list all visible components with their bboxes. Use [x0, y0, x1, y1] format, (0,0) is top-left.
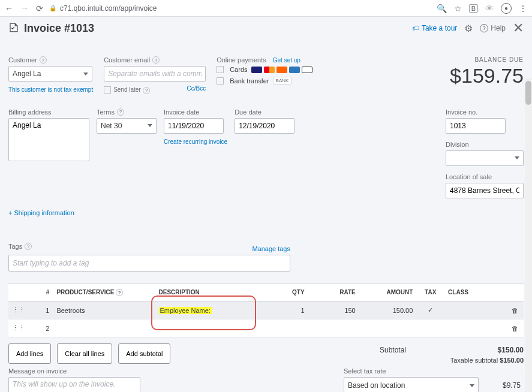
help-icon[interactable]: ?	[143, 87, 150, 94]
line-row[interactable]: ⋮⋮ 2 🗑	[8, 319, 524, 337]
help-icon[interactable]: ?	[116, 289, 123, 296]
col-num: #	[30, 284, 53, 301]
ccbcc-link[interactable]: Cc/Bcc	[187, 85, 206, 94]
recurring-link[interactable]: Create recurring invoice	[164, 138, 227, 145]
trash-icon[interactable]: 🗑	[508, 319, 524, 337]
bank-transfer-checkbox[interactable]	[217, 77, 224, 85]
division-select[interactable]	[446, 150, 524, 166]
address-bar[interactable]: 🔒 c71.qbo.intuit.com/app/invoice	[49, 4, 431, 13]
ext-icon[interactable]: B	[469, 4, 478, 13]
shipping-info-link[interactable]: + Shipping information	[8, 209, 524, 216]
page-title: Invoice #1013	[24, 22, 94, 35]
eye-icon[interactable]: 👁	[485, 4, 494, 13]
star-icon[interactable]: ☆	[454, 4, 462, 13]
account-icon[interactable]: ●	[501, 3, 512, 14]
clear-lines-button[interactable]: Clear all lines	[57, 343, 112, 364]
customer-email-field: Customer email? Send later ? Cc/Bcc	[104, 56, 206, 94]
visa-icon	[251, 67, 262, 73]
applepay-icon	[302, 67, 312, 73]
url-text: c71.qbo.intuit.com/app/invoice	[60, 4, 157, 13]
col-qty: QTY	[263, 284, 308, 301]
page-header: Invoice #1013 🏷 Take a tour ⚙ ? Help ✕	[0, 17, 532, 40]
col-rate: RATE	[308, 284, 359, 301]
col-class: CLASS	[444, 284, 508, 301]
cell-description[interactable]: Employee Name:	[155, 301, 264, 319]
add-lines-button[interactable]: Add lines	[8, 343, 51, 364]
tax-exempt-link[interactable]: This customer is not tax exempt	[8, 86, 93, 93]
cell-class[interactable]	[444, 301, 508, 319]
cards-checkbox[interactable]	[217, 66, 224, 73]
billing-address-input[interactable]: Angel La	[8, 118, 89, 161]
cell-amount[interactable]: 150.00	[359, 301, 417, 319]
due-date-input[interactable]	[235, 118, 294, 134]
zoom-icon[interactable]: 🔍	[437, 4, 447, 13]
col-tax: TAX	[416, 284, 444, 301]
customer-select[interactable]: Angel La	[8, 66, 92, 82]
cell-product[interactable]: Beetroots	[53, 301, 155, 319]
invoice-date-field: Invoice date Create recurring invoice	[164, 108, 227, 198]
cell-amount[interactable]	[359, 319, 417, 337]
chevron-down-icon	[470, 384, 474, 387]
tag-icon: 🏷	[412, 24, 419, 32]
cell-qty[interactable]	[263, 319, 308, 337]
close-icon[interactable]: ✕	[513, 20, 524, 36]
card-icons	[251, 67, 312, 73]
bank-pill: BANK	[273, 77, 292, 85]
drag-handle-icon[interactable]: ⋮⋮	[8, 301, 30, 319]
cell-tax[interactable]	[416, 319, 444, 337]
add-subtotal-button[interactable]: Add subtotal	[118, 343, 170, 364]
lock-icon: 🔒	[49, 5, 56, 11]
terms-select[interactable]: Net 30	[97, 118, 157, 134]
chevron-down-icon	[83, 73, 88, 76]
cell-rate[interactable]	[308, 319, 359, 337]
cell-description[interactable]	[155, 319, 264, 337]
message-invoice-input[interactable]	[8, 377, 140, 392]
take-tour-link[interactable]: 🏷 Take a tour	[412, 24, 457, 32]
invoice-no-field: Invoice no.	[446, 108, 524, 134]
drag-handle-icon[interactable]: ⋮⋮	[8, 319, 30, 337]
help-link[interactable]: ? Help	[480, 24, 506, 32]
chevron-down-icon	[148, 124, 152, 127]
cell-product[interactable]	[53, 319, 155, 337]
due-date-field: Due date	[235, 108, 294, 198]
tax-rate-select[interactable]: Based on location	[344, 377, 479, 392]
discover-icon	[276, 67, 287, 73]
line-row[interactable]: ⋮⋮ 1 Beetroots Employee Name: 1 150 150.…	[8, 301, 524, 319]
kebab-icon[interactable]: ⋮	[519, 4, 527, 13]
send-later-check[interactable]: Send later ?	[104, 85, 150, 94]
back-icon[interactable]: ←	[5, 4, 13, 13]
col-amount: AMOUNT	[359, 284, 417, 301]
tags-input[interactable]	[8, 255, 290, 272]
help-icon[interactable]: ?	[25, 243, 32, 250]
reload-icon[interactable]: ⟳	[36, 4, 43, 13]
terms-field: Terms? Net 30	[97, 108, 157, 198]
mastercard-icon	[264, 67, 275, 73]
invoice-icon	[8, 22, 19, 35]
browser-toolbar: ← → ⟳ 🔒 c71.qbo.intuit.com/app/invoice 🔍…	[0, 0, 532, 17]
invoice-no-input[interactable]	[446, 118, 506, 134]
get-setup-link[interactable]: Get set up	[273, 57, 300, 64]
line-items-table: # PRODUCT/SERVICE ? DESCRIPTION QTY RATE…	[8, 284, 524, 338]
cell-qty[interactable]: 1	[263, 301, 308, 319]
trash-icon[interactable]: 🗑	[508, 301, 524, 319]
help-icon[interactable]: ?	[152, 56, 160, 64]
division-field: Division	[446, 141, 524, 166]
billing-address-field: Billing address Angel La	[8, 108, 89, 198]
invoice-date-input[interactable]	[164, 118, 224, 134]
location-input[interactable]	[446, 183, 524, 198]
cell-class[interactable]	[444, 319, 508, 337]
gear-icon[interactable]: ⚙	[464, 23, 473, 34]
manage-tags-link[interactable]: Manage tags	[252, 245, 290, 252]
help-icon[interactable]: ?	[40, 56, 47, 64]
cell-tax[interactable]: ✓	[416, 301, 444, 319]
scroll-thumb[interactable]	[525, 81, 531, 105]
location-field: Location of sale	[446, 173, 524, 198]
cell-rate[interactable]: 150	[308, 301, 359, 319]
amex-icon	[289, 67, 300, 73]
chevron-down-icon	[515, 156, 519, 159]
help-icon[interactable]: ?	[117, 108, 124, 116]
email-input[interactable]	[104, 66, 206, 82]
forward-icon[interactable]: →	[20, 4, 29, 13]
scrollbar[interactable]	[525, 78, 532, 392]
col-description: DESCRIPTION	[155, 284, 264, 301]
